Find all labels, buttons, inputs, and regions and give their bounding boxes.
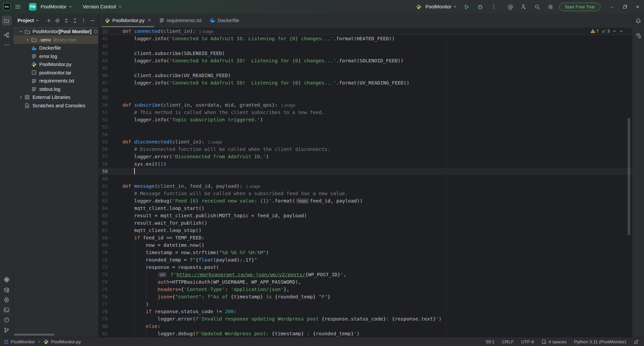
tree-item-venv[interactable]: .venvlibrary root (13, 36, 98, 44)
status-indent[interactable]: 4 spaces (541, 339, 567, 344)
tree-item-external-libraries[interactable]: External Libraries (13, 93, 98, 102)
version-control-button[interactable] (2, 325, 12, 335)
code-line[interactable]: 51 # This method is called when the clie… (99, 109, 632, 116)
editor-scrollbar[interactable] (628, 118, 630, 235)
prev-problem-icon[interactable] (612, 29, 616, 33)
code-line[interactable]: 43 client.subscribe(SOLENOID_FEED) (99, 50, 632, 57)
status-interpreter[interactable]: Python 3.11 (PoolMonitor) (574, 339, 626, 344)
code-line[interactable]: 71 rounded_temp = f"{float(payload):.1f}… (99, 256, 632, 264)
status-caret-position[interactable]: 59:1 (486, 339, 494, 344)
line-number[interactable]: 70 (99, 249, 122, 256)
status-encoding[interactable]: UTF-8 (521, 339, 534, 344)
code-line[interactable]: 72 response = requests.post( (99, 264, 632, 271)
line-number[interactable]: 45 (99, 64, 122, 72)
line-number[interactable]: 75 (99, 286, 122, 293)
ai-assistant-icon[interactable]: @ (505, 2, 516, 12)
status-line-separator[interactable]: CRLF (502, 339, 514, 344)
code-with-me-icon[interactable] (519, 2, 529, 12)
code-line[interactable]: 57 logger.error('Disconnected from Adafr… (99, 153, 632, 160)
problems-button[interactable] (2, 315, 12, 325)
line-number[interactable]: 43 (99, 50, 122, 57)
line-number[interactable]: 54 (99, 131, 122, 138)
collapse-all-icon[interactable] (71, 16, 79, 24)
code-line[interactable]: 67 mqtt_client.loop_stop() (99, 227, 632, 234)
code-editor[interactable]: 35def connected(client_in):1 usage 41 lo… (99, 27, 632, 337)
code-line[interactable]: 50def subscribe(client_in, userdata, mid… (99, 101, 632, 109)
search-everywhere-icon[interactable] (532, 2, 542, 12)
code-line[interactable]: 73 url: f'https://markvanpraet.ca/wp-jso… (99, 271, 632, 278)
line-number[interactable]: 46 (99, 72, 122, 79)
more-tool-windows-icon[interactable] (2, 40, 12, 50)
tree-item-error-log[interactable]: error.log (13, 52, 98, 61)
line-number[interactable]: 76 (99, 293, 122, 300)
tab-close-icon[interactable]: ✕ (148, 18, 151, 23)
debug-button[interactable] (475, 2, 485, 12)
run-config-widget[interactable]: PoolMonitor (416, 3, 459, 11)
code-line[interactable]: 77 ) (99, 300, 632, 308)
line-number[interactable]: 77 (99, 300, 122, 308)
line-number[interactable]: 63 (99, 197, 122, 205)
line-number[interactable]: 69 (99, 241, 122, 249)
tree-item-poolmonitor-tar[interactable]: ?poolmonitor.tar (13, 69, 98, 77)
code-line[interactable]: 56 # Disconnected function will be calle… (99, 146, 632, 153)
code-line[interactable]: 52 logger.info('Topic subscription trigg… (99, 116, 632, 123)
line-number[interactable]: 61 (99, 182, 122, 190)
tree-item-requirements-txt[interactable]: requirements.txt (13, 77, 98, 85)
panel-options-icon[interactable] (79, 16, 88, 24)
line-number[interactable]: 72 (99, 264, 122, 271)
tree-item-dockerfile[interactable]: Dockerfile (13, 44, 98, 52)
settings-gear-icon[interactable] (546, 2, 556, 12)
code-line[interactable]: 60 (99, 175, 632, 182)
line-number[interactable]: 47 (99, 79, 122, 86)
hide-panel-icon[interactable] (88, 16, 96, 24)
line-number[interactable]: 49 (99, 94, 122, 101)
line-number[interactable]: 81 (99, 330, 122, 337)
line-number[interactable]: 60 (99, 175, 122, 182)
tree-item-stdout-log[interactable]: stdout.log (13, 85, 98, 94)
vcs-widget[interactable]: Version Control (80, 3, 124, 11)
line-number[interactable]: 52 (99, 116, 122, 123)
line-number[interactable]: 55 (99, 138, 122, 146)
code-line[interactable]: 59 (99, 168, 632, 175)
next-problem-icon[interactable] (619, 29, 623, 33)
code-line[interactable]: 66 result.wait_for_publish() (99, 219, 632, 227)
code-line[interactable]: 65 result = mqtt_client.publish(MQTT_top… (99, 212, 632, 219)
code-line[interactable]: 42 (99, 42, 632, 50)
sticky-function-header[interactable]: 35def connected(client_in):1 usage (99, 27, 632, 35)
window-minimize-button[interactable]: – (606, 0, 619, 13)
code-line[interactable]: 78 if response.status_code != 200: (99, 308, 632, 315)
line-number[interactable]: 50 (99, 101, 122, 109)
code-line[interactable]: 81 logger.debug(f'Updated Wordpress post… (99, 330, 632, 337)
tab-dockerfile[interactable]: Dockerfile (206, 13, 243, 27)
line-number[interactable]: 80 (99, 323, 122, 330)
code-line[interactable]: 70 timestamp = now.strftime("%d %b %Y %H… (99, 249, 632, 256)
code-line[interactable]: 68 if feed_id == TEMP_FEED: (99, 234, 632, 241)
line-number[interactable]: 73 (99, 271, 122, 278)
code-line[interactable]: 53 (99, 123, 632, 131)
structure-tool-button[interactable] (2, 30, 12, 40)
python-console-button[interactable] (2, 275, 12, 285)
tab-poolmonitor-py[interactable]: PoolMonitor.py✕ (101, 13, 155, 27)
code-line[interactable]: 54 (99, 131, 632, 138)
project-panel-title[interactable]: Project (17, 18, 34, 23)
notifications-bell-icon[interactable] (633, 16, 643, 26)
line-number[interactable]: 41 (99, 35, 122, 42)
remote-control-icon[interactable] (633, 31, 643, 41)
breadcrumb-item-poolmonitor[interactable]: PoolMonitor (11, 339, 35, 344)
line-number[interactable]: 59 (99, 168, 122, 175)
run-button[interactable] (462, 2, 472, 12)
warnings-chip[interactable]: 7 (590, 28, 599, 34)
more-actions-icon[interactable] (489, 2, 499, 12)
code-line[interactable]: 41 logger.info('Connected to Adafruit IO… (99, 35, 632, 42)
line-number[interactable]: 62 (99, 190, 122, 197)
line-number[interactable]: 64 (99, 205, 122, 212)
weak-warnings-chip[interactable]: 3 (601, 28, 610, 34)
line-number[interactable]: 44 (99, 57, 122, 64)
line-number[interactable]: 65 (99, 212, 122, 219)
window-close-button[interactable]: ✕ (631, 0, 644, 13)
tree-item-poolmonitor-py[interactable]: PoolMonitor.py (13, 60, 98, 69)
code-line[interactable]: 45 (99, 64, 632, 72)
code-line[interactable]: 49 (99, 94, 632, 101)
code-line[interactable]: 47 logger.info('Connected to Adafruit IO… (99, 79, 632, 86)
line-number[interactable]: 58 (99, 160, 122, 168)
